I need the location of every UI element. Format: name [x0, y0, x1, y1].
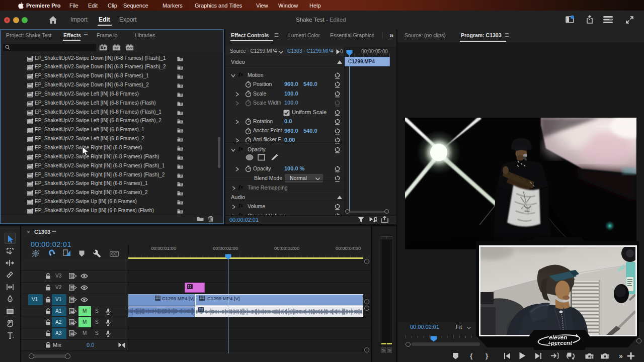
svg-text:+percent: +percent: [547, 339, 573, 346]
svg-text:+: +: [575, 333, 578, 338]
svg-text:32: 32: [114, 46, 118, 50]
svg-text:YUV: YUV: [126, 46, 132, 49]
